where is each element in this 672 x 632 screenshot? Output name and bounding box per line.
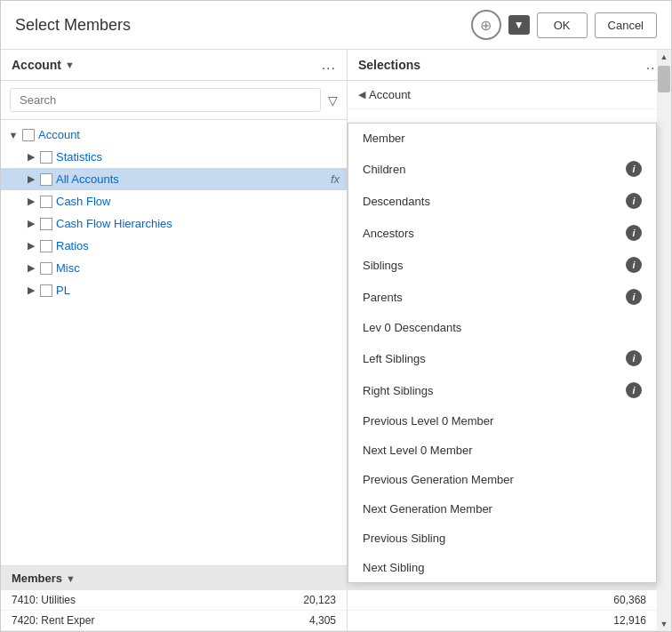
info-icon-4[interactable]: i [626, 257, 642, 273]
scroll-down-arrow[interactable]: ▼ [657, 617, 671, 631]
checkbox-0[interactable] [22, 129, 35, 141]
tree-item-account[interactable]: Account [1, 124, 347, 146]
menu-item-siblings[interactable]: Siblingsi [348, 249, 656, 281]
scroll-up-arrow[interactable]: ▲ [657, 50, 671, 64]
fx-icon-2: fx [331, 172, 340, 186]
tree-item-label-1: Statistics [56, 150, 102, 164]
expand-arrow-3[interactable] [26, 196, 36, 207]
right-panel-title: Selections [358, 58, 420, 72]
menu-item-descendants[interactable]: Descendantsi [348, 185, 656, 217]
checkbox-2[interactable] [40, 173, 52, 186]
expand-arrow-0[interactable] [8, 130, 19, 140]
menu-item-label-12: Next Generation Member [363, 502, 492, 516]
menu-item-ancestors[interactable]: Ancestorsi [348, 217, 656, 249]
expand-arrow-2[interactable] [26, 173, 36, 185]
expand-arrow-4[interactable] [26, 218, 36, 229]
account-collapse-arrow[interactable]: ◀ [358, 89, 365, 100]
info-icon-7[interactable]: i [626, 350, 642, 366]
account-dropdown-arrow[interactable]: ▼ [65, 60, 75, 70]
menu-item-previous-generation-member[interactable]: Previous Generation Member [348, 465, 656, 494]
menu-item-previous-sibling[interactable]: Previous Sibling [348, 524, 656, 553]
right-panel: Selections ... ◀ Account MemberChildreni… [348, 50, 671, 631]
menu-item-right-siblings[interactable]: Right Siblingsi [348, 374, 656, 406]
menu-item-member[interactable]: Member [348, 124, 656, 153]
members-dropdown-arrow[interactable]: ▼ [66, 573, 76, 584]
right-data-label-0 [358, 594, 593, 606]
search-bar: ▽ [1, 81, 347, 120]
menu-item-lev-0-descendants[interactable]: Lev 0 Descendants [348, 313, 656, 342]
tree-item-cash-flow-hierarchies[interactable]: Cash Flow Hierarchies [1, 212, 347, 235]
checkbox-3[interactable] [40, 196, 52, 208]
tree-item-all-accounts[interactable]: All Accountsfx [1, 168, 347, 190]
menu-item-label-10: Next Level 0 Member [363, 444, 473, 457]
tree-item-statistics[interactable]: Statistics [1, 146, 347, 168]
info-icon-3[interactable]: i [626, 225, 642, 241]
filter-icon[interactable]: ▽ [328, 93, 338, 108]
account-label: Account [369, 88, 411, 101]
menu-item-label-8: Right Siblings [363, 384, 434, 397]
tree-item-cash-flow[interactable]: Cash Flow [1, 190, 347, 212]
menu-item-label-5: Parents [363, 291, 403, 304]
menu-item-label-6: Lev 0 Descendants [363, 321, 461, 334]
members-label: Members [12, 572, 62, 585]
tree-item-ratios[interactable]: Ratios [1, 235, 347, 257]
right-data-value-1: 12,916 [593, 614, 646, 627]
expand-arrow-1[interactable] [26, 151, 36, 163]
tree-item-label-0: Account [38, 128, 80, 141]
ok-button[interactable]: OK [537, 12, 588, 38]
menu-item-next-generation-member[interactable]: Next Generation Member [348, 494, 656, 524]
tree-item-label-2: All Accounts [56, 172, 119, 186]
left-panel-ellipsis-button[interactable]: ... [322, 57, 336, 73]
tree-container: AccountStatisticsAll AccountsfxCash Flow… [1, 120, 347, 565]
tree-item-misc[interactable]: Misc [1, 257, 347, 279]
checkbox-5[interactable] [40, 240, 52, 252]
menu-item-parents[interactable]: Parentsi [348, 281, 656, 313]
help-dropdown-button[interactable]: ▼ [508, 15, 530, 35]
expand-arrow-7[interactable] [26, 284, 36, 296]
member-type-dropdown: MemberChildreniDescendantsiAncestorsiSib… [348, 123, 657, 583]
expand-arrow-6[interactable] [26, 262, 36, 274]
info-icon-2[interactable]: i [626, 193, 642, 209]
tree-item-label-3: Cash Flow [56, 195, 110, 208]
menu-item-label-3: Ancestors [363, 227, 414, 240]
left-data-label-1: 7420: Rent Exper [12, 614, 283, 627]
menu-item-label-11: Previous Generation Member [363, 473, 514, 486]
menu-item-previous-level-0-member[interactable]: Previous Level 0 Member [348, 406, 656, 436]
checkbox-4[interactable] [40, 218, 52, 230]
left-panel-header: Account ▼ ... [1, 50, 347, 81]
checkbox-7[interactable] [40, 284, 52, 297]
tree-item-label-6: Misc [56, 261, 80, 275]
info-icon-8[interactable]: i [626, 382, 642, 398]
account-label-row: ◀ Account [348, 81, 671, 109]
right-data-area: 60,36812,916 [348, 590, 657, 631]
menu-item-label-2: Descendants [363, 195, 430, 208]
menu-item-label-9: Previous Level 0 Member [363, 414, 493, 428]
menu-item-left-siblings[interactable]: Left Siblingsi [348, 342, 656, 374]
expand-arrow-5[interactable] [26, 240, 36, 252]
checkbox-1[interactable] [40, 151, 52, 164]
menu-item-label-14: Next Sibling [363, 561, 424, 574]
help-icon-button[interactable]: ⊕ [471, 10, 501, 40]
left-data-row-1: 7420: Rent Exper4,305 [1, 611, 347, 631]
checkbox-6[interactable] [40, 262, 52, 275]
tree-item-label-7: PL [56, 284, 70, 297]
right-data-value-0: 60,368 [593, 594, 646, 606]
menu-item-label-7: Left Siblings [363, 352, 426, 365]
right-panel-scrollbar[interactable]: ▲ ▼ [657, 50, 671, 631]
cancel-button[interactable]: Cancel [595, 12, 657, 38]
help-icon: ⊕ [480, 17, 492, 34]
modal-header: Select Members ⊕ ▼ OK Cancel [1, 1, 671, 50]
search-input[interactable] [10, 88, 321, 112]
scroll-thumb[interactable] [658, 66, 670, 92]
menu-item-next-sibling[interactable]: Next Sibling [348, 553, 656, 582]
info-icon-5[interactable]: i [626, 289, 642, 305]
info-icon-1[interactable]: i [626, 161, 642, 177]
menu-item-next-level-0-member[interactable]: Next Level 0 Member [348, 436, 656, 465]
menu-item-children[interactable]: Childreni [348, 153, 656, 185]
menu-item-label-4: Siblings [363, 259, 404, 272]
left-data-value-0: 20,123 [283, 594, 336, 606]
tree-item-pl[interactable]: PL [1, 279, 347, 301]
right-data-row-0: 60,368 [348, 590, 657, 611]
right-data-label-1 [358, 614, 593, 627]
right-panel-header: Selections ... [348, 50, 671, 81]
